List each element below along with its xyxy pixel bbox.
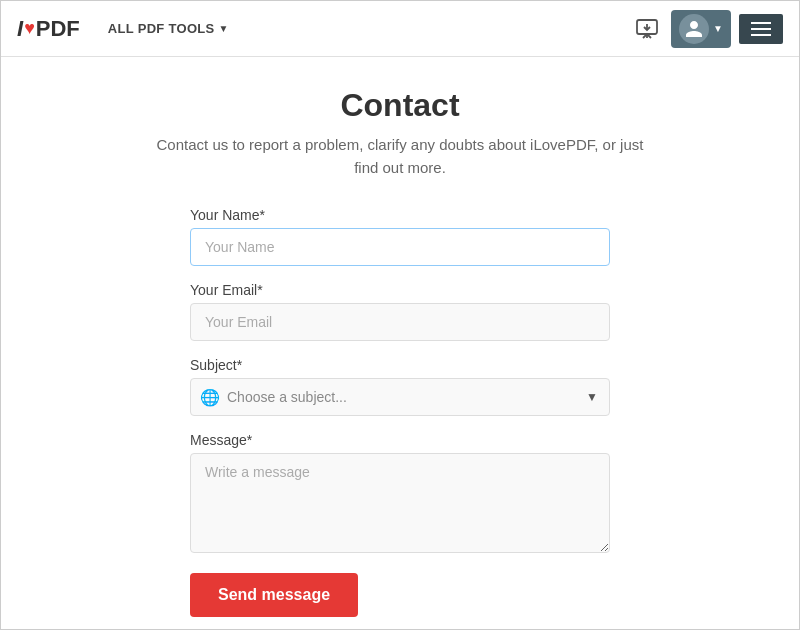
- contact-form: Your Name* Your Email* Subject* 🌐 Choose…: [190, 207, 610, 617]
- name-field-group: Your Name*: [190, 207, 610, 266]
- hamburger-line-1: [751, 22, 771, 24]
- email-label: Your Email*: [190, 282, 610, 298]
- email-field-group: Your Email*: [190, 282, 610, 341]
- tools-chevron-icon: ▼: [219, 23, 229, 34]
- tools-label: ALL PDF TOOLS: [108, 21, 215, 36]
- logo-pdf: PDF: [36, 16, 80, 42]
- message-field-group: Message*: [190, 432, 610, 553]
- monitor-icon: [635, 17, 659, 41]
- hamburger-menu-button[interactable]: [739, 14, 783, 44]
- hamburger-line-2: [751, 28, 771, 30]
- send-message-button[interactable]: Send message: [190, 573, 358, 617]
- logo-heart: ♥: [24, 18, 35, 39]
- navbar: I ♥ PDF ALL PDF TOOLS ▼: [1, 1, 799, 57]
- logo: I ♥ PDF: [17, 16, 80, 42]
- subject-field-group: Subject* 🌐 Choose a subject... Report a …: [190, 357, 610, 416]
- name-label: Your Name*: [190, 207, 610, 223]
- download-monitor-button[interactable]: [627, 9, 667, 49]
- subject-label: Subject*: [190, 357, 610, 373]
- email-input[interactable]: [190, 303, 610, 341]
- message-textarea[interactable]: [190, 453, 610, 553]
- user-account-button[interactable]: ▼: [671, 10, 731, 48]
- page-title: Contact: [340, 87, 459, 124]
- user-chevron-icon: ▼: [713, 23, 723, 34]
- user-icon: [684, 19, 704, 39]
- subject-select-wrapper: 🌐 Choose a subject... Report a problem C…: [190, 378, 610, 416]
- all-pdf-tools-button[interactable]: ALL PDF TOOLS ▼: [100, 15, 237, 42]
- name-input[interactable]: [190, 228, 610, 266]
- main-content: Contact Contact us to report a problem, …: [1, 57, 799, 629]
- navbar-right: ▼: [627, 9, 783, 49]
- hamburger-line-3: [751, 34, 771, 36]
- page-subtitle: Contact us to report a problem, clarify …: [150, 134, 650, 179]
- logo-i: I: [17, 16, 23, 42]
- avatar: [679, 14, 709, 44]
- message-label: Message*: [190, 432, 610, 448]
- subject-select[interactable]: Choose a subject... Report a problem Cla…: [190, 378, 610, 416]
